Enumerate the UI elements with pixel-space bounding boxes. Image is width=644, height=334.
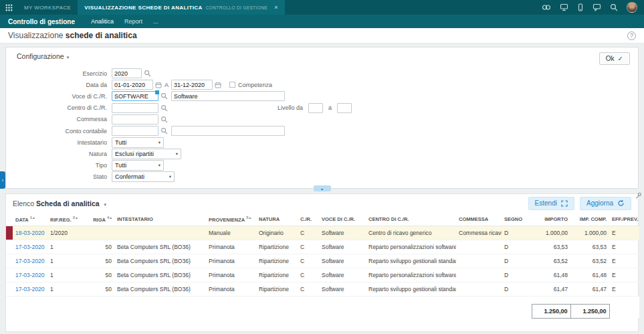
app-window: MY WORKSPACE VISUALIZZAZIONE SCHEDE DI A… xyxy=(0,0,644,332)
configuration-toggle[interactable]: Configurazione▾ xyxy=(17,52,69,60)
natura-select[interactable]: Esclusi ripartiti▾ xyxy=(112,149,181,159)
esercizio-label: Esercizio xyxy=(11,70,112,77)
row-date-link[interactable]: 17-03-2020 xyxy=(15,258,44,264)
column-header-selection xyxy=(6,212,13,226)
link-icon[interactable] xyxy=(542,3,551,11)
cell-eff_prev: E xyxy=(609,282,639,296)
cell-intestatario: Beta Computers SRL (BO36) xyxy=(114,254,206,268)
tab-my-workspace[interactable]: MY WORKSPACE xyxy=(17,0,78,15)
phone-icon[interactable] xyxy=(577,3,584,11)
table-row[interactable]: 17-03-2020150Beta Computers SRL (BO36)Pr… xyxy=(6,240,639,254)
column-header-importo[interactable]: IMPORTO xyxy=(532,212,570,226)
field-flag-icon[interactable] xyxy=(155,90,159,94)
titlebar: Visualizzazione schede di analitica ? xyxy=(0,28,644,44)
collapse-handle[interactable]: ▴ xyxy=(314,185,331,191)
competenza-checkbox[interactable] xyxy=(229,82,235,88)
configuration-form: Esercizio Data da A Competenza Voce di C… xyxy=(6,68,638,183)
column-header-riga[interactable]: RIGA4▴ xyxy=(89,212,114,226)
menu-item-report[interactable]: Report xyxy=(124,18,142,25)
user-avatar[interactable] xyxy=(627,2,637,13)
cell-importo: 63,52 xyxy=(532,254,570,268)
cell-commessa xyxy=(456,254,502,268)
column-header-provenienza[interactable]: PROVENIENZA5▴ xyxy=(206,212,256,226)
tab-active-visualizzazione[interactable]: VISUALIZZAZIONE SCHEDE DI ANALITICA CONT… xyxy=(78,0,285,15)
table-header-row: DATA1▴RIF.REG.2▴RIGA4▴INTESTATARIOPROVEN… xyxy=(6,212,639,226)
column-header-cr[interactable]: C./R. xyxy=(298,212,319,226)
cell-centro: Reparto personalizzazioni software xyxy=(366,240,456,254)
cell-rif_reg: 1/2020 xyxy=(47,226,89,240)
chat-icon[interactable] xyxy=(593,3,601,11)
page-title: Visualizzazione schede di analitica xyxy=(8,31,137,40)
cell-rif_reg: 1 xyxy=(47,282,89,296)
menu-item-more[interactable]: ... xyxy=(153,18,158,25)
table-row[interactable]: 17-03-2020150Beta Computers SRL (BO36)Pr… xyxy=(6,282,639,296)
aggiorna-label: Aggiorna xyxy=(586,199,613,207)
column-header-voce[interactable]: VOCE DI C./R. xyxy=(319,212,366,226)
cell-cr: C xyxy=(298,282,319,296)
column-header-intestatario[interactable]: INTESTATARIO xyxy=(114,212,206,226)
centro-input[interactable] xyxy=(112,103,158,113)
column-header-natura[interactable]: NATURA xyxy=(256,212,298,226)
ok-button-label: Ok xyxy=(606,55,615,62)
calendar-icon[interactable] xyxy=(155,82,162,88)
natura-label: Natura xyxy=(11,151,112,157)
table-row[interactable]: 17-03-2020150Beta Computers SRL (BO36)Pr… xyxy=(6,268,639,282)
search-icon[interactable] xyxy=(144,70,151,77)
aggiorna-button[interactable]: Aggiorna xyxy=(580,197,631,210)
table-row[interactable]: 18-03-20201/2020ManualeOriginarioCSoftwa… xyxy=(6,226,639,240)
close-tab-icon[interactable]: × xyxy=(274,4,278,11)
data-a-input[interactable] xyxy=(171,80,213,90)
conto-input[interactable] xyxy=(112,126,158,136)
search-icon[interactable] xyxy=(610,3,618,11)
commessa-input[interactable] xyxy=(112,114,158,124)
calendar-icon[interactable] xyxy=(215,82,221,88)
search-icon[interactable] xyxy=(160,104,168,112)
cell-riga: 50 xyxy=(89,254,114,268)
column-header-centro[interactable]: CENTRO DI C./R. xyxy=(366,212,456,226)
tipo-select[interactable]: Tutti▾ xyxy=(112,160,164,171)
sort-arrow-icon: ▴ xyxy=(110,216,112,220)
data-da-input[interactable] xyxy=(112,80,153,90)
intestatario-select[interactable]: Tutti▾ xyxy=(112,137,164,148)
search-icon[interactable] xyxy=(160,92,168,100)
column-header-rif_reg[interactable]: RIF.REG.2▴ xyxy=(47,212,89,226)
search-icon[interactable] xyxy=(160,116,168,123)
voce-input[interactable] xyxy=(112,91,158,101)
row-date-link[interactable]: 17-03-2020 xyxy=(15,286,44,293)
row-date-link[interactable]: 18-03-2020 xyxy=(15,230,44,236)
row-date-link[interactable]: 17-03-2020 xyxy=(15,272,44,278)
app-grid-icon[interactable] xyxy=(0,0,17,15)
column-header-data[interactable]: DATA1▴ xyxy=(13,212,47,226)
esercizio-input[interactable] xyxy=(112,68,142,78)
cell-importo: 63,53 xyxy=(532,240,570,254)
livello-a-input[interactable] xyxy=(337,103,352,113)
monitor-icon[interactable] xyxy=(560,3,568,11)
list-title[interactable]: Elenco Scheda di analitica ▾ xyxy=(13,199,106,207)
column-header-imp_comp[interactable]: IMP. COMP. xyxy=(570,212,609,226)
cell-imp_comp: 61,48 xyxy=(570,268,609,282)
list-title-normal: Elenco xyxy=(13,199,34,207)
stato-select[interactable]: Confermati▾ xyxy=(112,171,175,182)
totals-empty-cell xyxy=(114,304,206,318)
list-buttons: Estendi Aggiorna xyxy=(528,197,631,210)
cell-importo: 61,47 xyxy=(532,282,570,296)
column-header-eff_prev[interactable]: EFF./PREV. xyxy=(609,212,639,226)
table-row[interactable]: 17-03-2020150Beta Computers SRL (BO36)Pr… xyxy=(6,254,639,268)
natura-value: Esclusi ripartiti xyxy=(115,151,154,157)
expand-icon xyxy=(561,200,568,207)
estendi-button[interactable]: Estendi xyxy=(528,197,574,210)
competenza-label: Competenza xyxy=(238,82,272,88)
livello-da-input[interactable] xyxy=(308,103,323,113)
search-icon[interactable] xyxy=(160,127,168,135)
row-date-link[interactable]: 17-03-2020 xyxy=(15,244,44,250)
total-imp-comp: 1.250,00 xyxy=(570,304,609,318)
column-header-commessa[interactable]: COMMESSA xyxy=(456,212,502,226)
ok-button[interactable]: Ok ✓ xyxy=(599,52,630,65)
configuration-title: Configurazione xyxy=(17,52,64,60)
menu-item-analitica[interactable]: Analitica xyxy=(91,18,114,25)
column-header-segno[interactable]: SEGNO xyxy=(502,212,532,226)
help-icon[interactable]: ? xyxy=(627,31,636,40)
pin-icon[interactable] xyxy=(635,192,642,201)
cell-centro: Centro di ricavo generico xyxy=(366,226,456,240)
sidebar-expander[interactable]: › xyxy=(0,171,5,189)
